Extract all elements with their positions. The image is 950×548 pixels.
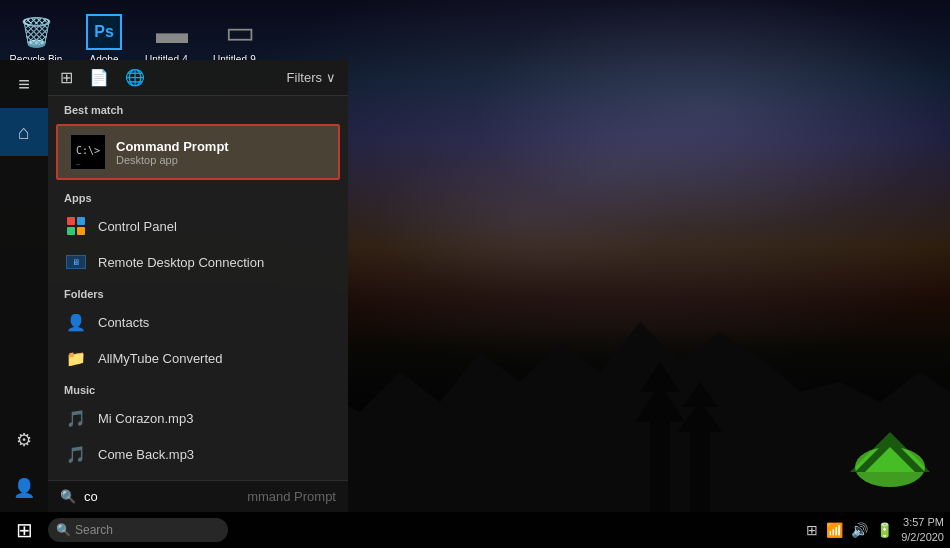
nav-icon-globe[interactable]: 🌐 bbox=[125, 68, 145, 87]
start-button[interactable]: ⊞ bbox=[0, 512, 48, 548]
sidebar-strip: ≡ ⌂ ⚙ 👤 bbox=[0, 60, 48, 512]
taskbar-time[interactable]: 3:57 PM 9/2/2020 bbox=[901, 515, 950, 546]
remote-desktop-item[interactable]: 🖥 Remote Desktop Connection bbox=[48, 244, 348, 280]
svg-rect-10 bbox=[77, 217, 85, 225]
svg-marker-0 bbox=[280, 322, 950, 512]
nav-icon-doc[interactable]: 📄 bbox=[89, 68, 109, 87]
taskbar-battery-icon[interactable]: 🔋 bbox=[876, 522, 893, 538]
start-menu: ⊞ 📄 🌐 Filters ∨ Best match C:\> _ Comman… bbox=[48, 60, 348, 512]
taskbar-search-icon: 🔍 bbox=[56, 523, 71, 537]
svg-rect-12 bbox=[77, 227, 85, 235]
search-hint: mmand Prompt bbox=[247, 489, 336, 504]
sidebar-user[interactable]: 👤 bbox=[0, 464, 48, 512]
control-panel-item[interactable]: Control Panel bbox=[48, 208, 348, 244]
taskbar-network-icon[interactable]: 📶 bbox=[826, 522, 843, 538]
taskbar: ⊞ 🔍 Search ⊞ 📶 🔊 🔋 3:57 PM 9/2/2020 bbox=[0, 512, 950, 548]
landscape-svg bbox=[280, 292, 950, 512]
apps-header: Apps bbox=[48, 184, 348, 208]
sidebar-hamburger[interactable]: ≡ bbox=[0, 60, 48, 108]
music-label-1: Mi Corazon.mp3 bbox=[98, 411, 193, 426]
music-icon-2: 🎵 bbox=[64, 442, 88, 466]
allmytube-icon: 📁 bbox=[64, 346, 88, 370]
best-match-header: Best match bbox=[48, 96, 348, 120]
remote-desktop-label: Remote Desktop Connection bbox=[98, 255, 264, 270]
svg-rect-9 bbox=[67, 217, 75, 225]
menu-content: Best match C:\> _ Command Prompt Desktop… bbox=[48, 96, 348, 480]
chevron-down-icon: ∨ bbox=[326, 70, 336, 85]
filters-label: Filters bbox=[287, 70, 322, 85]
svg-rect-11 bbox=[67, 227, 75, 235]
contacts-label: Contacts bbox=[98, 315, 149, 330]
nav-icon-grid[interactable]: ⊞ bbox=[60, 68, 73, 87]
filters-button[interactable]: Filters ∨ bbox=[287, 70, 336, 85]
cmd-sub: Desktop app bbox=[116, 154, 229, 166]
svg-text:C:\>: C:\> bbox=[76, 145, 100, 156]
allmytube-label: AllMyTube Converted bbox=[98, 351, 223, 366]
control-panel-label: Control Panel bbox=[98, 219, 177, 234]
music-icon-1: 🎵 bbox=[64, 406, 88, 430]
music-item-2[interactable]: 🎵 Come Back.mp3 bbox=[48, 436, 348, 472]
sidebar-home[interactable]: ⌂ bbox=[0, 108, 48, 156]
contacts-item[interactable]: 👤 Contacts bbox=[48, 304, 348, 340]
search-icon: 🔍 bbox=[60, 489, 76, 504]
sidebar-settings[interactable]: ⚙ bbox=[0, 416, 48, 464]
control-panel-icon bbox=[64, 214, 88, 238]
search-input[interactable] bbox=[84, 489, 247, 504]
music-item-3[interactable]: 🎵 Sunset In Cordoba.mp3 bbox=[48, 472, 348, 480]
menu-nav: ⊞ 📄 🌐 Filters ∨ bbox=[48, 60, 348, 96]
music-label-2: Come Back.mp3 bbox=[98, 447, 194, 462]
cmd-icon: C:\> _ bbox=[70, 134, 106, 170]
remote-desktop-icon: 🖥 bbox=[64, 250, 88, 274]
allmytube-item[interactable]: 📁 AllMyTube Converted bbox=[48, 340, 348, 376]
best-match-item-cmd[interactable]: C:\> _ Command Prompt Desktop app bbox=[56, 124, 340, 180]
contacts-icon: 👤 bbox=[64, 310, 88, 334]
taskbar-volume-icon[interactable]: 🔊 bbox=[851, 522, 868, 538]
menu-search-bar[interactable]: 🔍 mmand Prompt bbox=[48, 480, 348, 512]
taskbar-search-text: Search bbox=[75, 523, 113, 537]
cmd-name: Command Prompt bbox=[116, 139, 229, 154]
taskbar-search[interactable]: 🔍 Search bbox=[48, 518, 228, 542]
music-item-1[interactable]: 🎵 Mi Corazon.mp3 bbox=[48, 400, 348, 436]
music-header: Music bbox=[48, 376, 348, 400]
taskbar-icons: ⊞ 📶 🔊 🔋 bbox=[806, 522, 901, 538]
taskbar-windows-icon[interactable]: ⊞ bbox=[806, 522, 818, 538]
folders-header: Folders bbox=[48, 280, 348, 304]
